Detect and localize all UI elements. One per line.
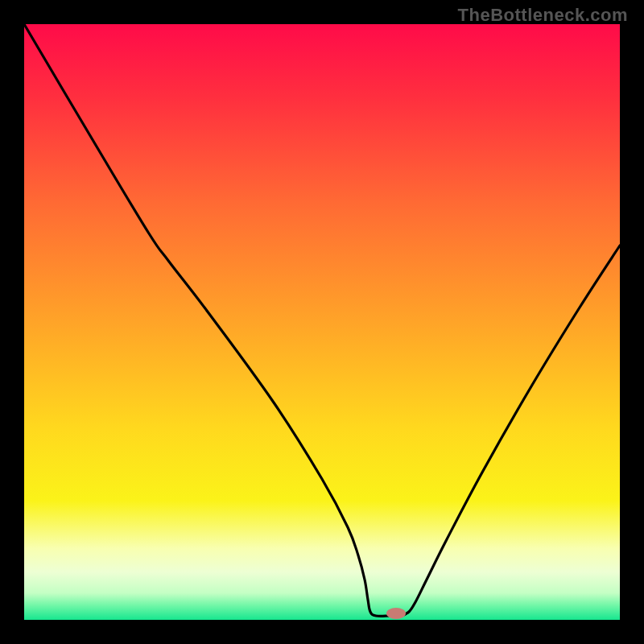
optimal-marker <box>386 608 406 619</box>
bottleneck-chart <box>0 0 644 644</box>
chart-container: TheBottleneck.com <box>0 0 644 644</box>
watermark-text: TheBottleneck.com <box>458 5 628 26</box>
gradient-background <box>24 24 620 620</box>
